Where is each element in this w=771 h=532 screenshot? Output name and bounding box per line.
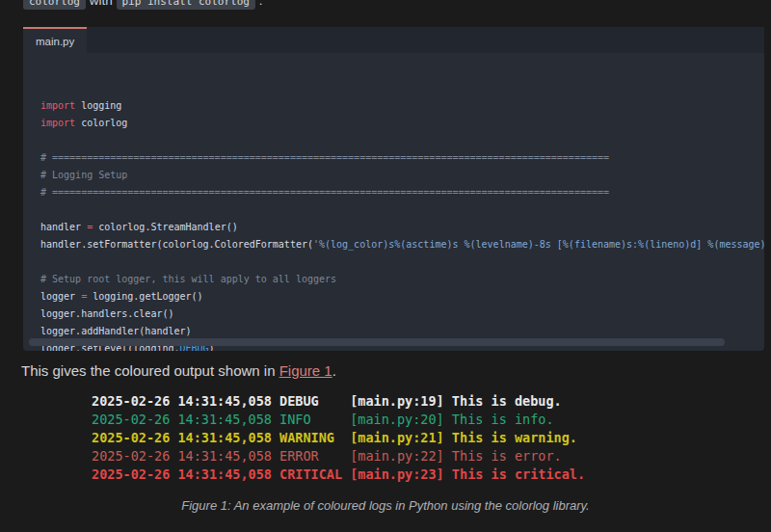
- code-editor: main.py import loggingimport colorlog # …: [23, 27, 764, 351]
- tab-label: main.py: [36, 36, 74, 47]
- code-line: handler.setFormatter(colorlog.ColoredFor…: [40, 236, 764, 253]
- horizontal-scrollbar-track: [23, 333, 764, 351]
- code-content: import loggingimport colorlog # ========…: [40, 97, 764, 351]
- code-line: # ======================================…: [40, 149, 764, 167]
- intro-text: with: [86, 0, 117, 8]
- code-line: logger = logging.getLogger(): [40, 288, 764, 306]
- intro-line: colorlog with pip install colorlog .: [23, 0, 262, 8]
- inline-code-pip-install: pip install colorlog: [117, 0, 255, 10]
- tab-main-py[interactable]: main.py: [23, 27, 87, 53]
- code-line: # ======================================…: [40, 184, 764, 201]
- code-line: [40, 201, 764, 219]
- paragraph: This gives the coloured output shown in …: [21, 362, 336, 379]
- paragraph-text: This gives the coloured output shown in: [21, 362, 279, 379]
- log-line-debug: 2025-02-26 14:31:45,058 DEBUG [main.py:1…: [92, 392, 585, 411]
- log-line-critical: 2025-02-26 14:31:45,058 CRITICAL [main.p…: [92, 466, 585, 484]
- code-line: import colorlog: [40, 115, 764, 132]
- log-output: 2025-02-26 14:31:45,058 DEBUG [main.py:1…: [92, 392, 585, 484]
- log-line-info: 2025-02-26 14:31:45,058 INFO [main.py:20…: [92, 411, 585, 429]
- figure-caption: Figure 1: An example of coloured logs in…: [0, 498, 771, 513]
- log-line-warning: 2025-02-26 14:31:45,058 WARNING [main.py…: [92, 429, 585, 447]
- code-line: # Logging Setup: [40, 167, 764, 184]
- code-line: logger.handlers.clear(): [40, 306, 764, 323]
- code-block[interactable]: import loggingimport colorlog # ========…: [23, 53, 764, 351]
- code-line: # Setup root logger, this will apply to …: [40, 271, 764, 288]
- code-line: [40, 253, 764, 271]
- tab-bar: main.py: [23, 27, 764, 53]
- intro-suffix: .: [255, 0, 263, 8]
- log-line-error: 2025-02-26 14:31:45,058 ERROR [main.py:2…: [92, 447, 585, 466]
- tab-bar-spacer: [87, 27, 764, 53]
- code-line: import logging: [40, 97, 764, 115]
- code-line: [40, 132, 764, 149]
- inline-code-colorlog: colorlog: [23, 0, 86, 10]
- paragraph-suffix: .: [332, 362, 336, 379]
- figure-1-link[interactable]: Figure 1: [279, 362, 332, 379]
- code-line: handler = colorlog.StreamHandler(): [40, 219, 764, 236]
- horizontal-scrollbar-thumb[interactable]: [29, 338, 725, 346]
